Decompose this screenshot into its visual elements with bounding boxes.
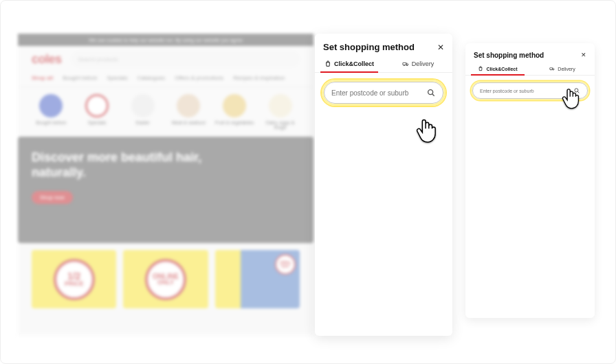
hero-banner: Discover more beautiful hair, naturally.… bbox=[18, 137, 314, 243]
category-item: Specials bbox=[76, 94, 118, 130]
promo-generic: 25%OFF bbox=[215, 250, 300, 308]
close-icon[interactable]: ✕ bbox=[437, 43, 444, 52]
bag-icon bbox=[478, 66, 483, 71]
bag-icon bbox=[324, 60, 331, 67]
category-icon bbox=[85, 94, 109, 117]
nav-specials: Specials bbox=[107, 75, 127, 81]
method-tabs: Click&Collect Delivery bbox=[315, 56, 452, 73]
method-tabs: Click&Collect Delivery bbox=[465, 63, 595, 76]
tab-label: Click&Collect bbox=[334, 60, 374, 67]
cookie-text: We use cookies to help our website run. … bbox=[89, 38, 243, 43]
panel-header: Set shopping method ✕ bbox=[465, 43, 595, 63]
postcode-input[interactable] bbox=[480, 89, 573, 93]
hero-line1: Discover more beautiful hair, bbox=[32, 150, 201, 164]
tab-label: Delivery bbox=[558, 67, 575, 71]
category-label: Easter bbox=[136, 120, 150, 125]
category-label: Dairy, eggs & fridge bbox=[260, 120, 301, 130]
tab-label: Click&Collect bbox=[486, 67, 517, 71]
promo-roundel: ONLINEONLY bbox=[145, 259, 186, 300]
svg-point-8 bbox=[575, 89, 578, 92]
hero-button: Shop now bbox=[32, 191, 73, 204]
pointer-cursor-icon bbox=[416, 119, 437, 144]
category-item: Meat & seafood bbox=[168, 94, 209, 130]
postcode-search-box[interactable] bbox=[472, 82, 588, 99]
nav-offers: Offers & promotions bbox=[175, 75, 223, 81]
tab-delivery[interactable]: Delivery bbox=[384, 56, 452, 72]
truck-icon bbox=[549, 66, 555, 71]
site-search: Search products bbox=[72, 52, 300, 67]
close-icon[interactable]: ✕ bbox=[581, 52, 586, 58]
cookie-banner: We use cookies to help our website run. … bbox=[18, 34, 314, 46]
panel-header: Set shopping method ✕ bbox=[315, 34, 452, 56]
search-highlight bbox=[471, 81, 589, 100]
background-site: We use cookies to help our website run. … bbox=[18, 34, 314, 336]
svg-point-3 bbox=[428, 90, 433, 95]
category-icon bbox=[131, 94, 155, 117]
tab-click-collect[interactable]: Click&Collect bbox=[315, 56, 384, 72]
category-icon bbox=[39, 94, 63, 117]
promo-half-price: 1/2PRICE bbox=[32, 250, 116, 308]
search-wrap bbox=[315, 73, 452, 113]
search-icon[interactable] bbox=[573, 87, 580, 94]
nav-recipes: Recipes & inspiration bbox=[233, 75, 285, 81]
category-icon bbox=[269, 94, 292, 117]
search-icon[interactable] bbox=[426, 88, 436, 98]
search-highlight bbox=[322, 80, 446, 106]
category-icon bbox=[177, 94, 200, 117]
tab-click-collect[interactable]: Click&Collect bbox=[465, 63, 530, 75]
tab-delivery[interactable]: Delivery bbox=[530, 63, 595, 75]
badge-text: OFF bbox=[281, 265, 289, 269]
category-item: Easter bbox=[122, 94, 164, 130]
svg-line-4 bbox=[432, 94, 434, 96]
promo-text: ONLY bbox=[157, 280, 174, 285]
site-nav: Shop all Bought before Specials Catalogu… bbox=[18, 72, 314, 87]
category-icon bbox=[223, 94, 246, 117]
shopping-method-panel-large: Set shopping method ✕ Click&Collect Deli… bbox=[315, 34, 452, 336]
tab-label: Delivery bbox=[412, 60, 434, 67]
promo-badge: 25%OFF bbox=[275, 254, 296, 275]
promo-text: 1/2 bbox=[67, 272, 80, 281]
promo-row: 1/2PRICE ONLINEONLY 25%OFF bbox=[18, 243, 314, 308]
postcode-search-box[interactable] bbox=[324, 82, 443, 104]
category-item: Fruit & vegetables bbox=[214, 94, 255, 130]
category-label: Bought before bbox=[36, 120, 66, 125]
hero-line2: naturally. bbox=[32, 166, 86, 179]
category-item: Bought before bbox=[30, 94, 72, 130]
search-placeholder: Search products bbox=[78, 56, 118, 62]
svg-line-9 bbox=[578, 91, 579, 93]
promo-online-only: ONLINEONLY bbox=[123, 250, 208, 308]
category-row: Bought before Specials Easter Meat & sea… bbox=[18, 87, 314, 133]
category-label: Specials bbox=[88, 120, 106, 125]
logo: coles bbox=[32, 52, 62, 67]
truck-icon bbox=[402, 60, 409, 67]
promo-roundel: 1/2PRICE bbox=[54, 259, 95, 300]
shopping-method-panel-small: Set shopping method ✕ Click&Collect Deli… bbox=[465, 43, 595, 318]
nav-shop-all: Shop all bbox=[32, 75, 53, 81]
category-label: Meat & seafood bbox=[172, 120, 206, 125]
svg-point-2 bbox=[406, 65, 407, 65]
promo-text: PRICE bbox=[65, 281, 84, 286]
postcode-input[interactable] bbox=[331, 89, 426, 97]
panel-title: Set shopping method bbox=[323, 42, 415, 52]
category-item: Dairy, eggs & fridge bbox=[260, 94, 301, 130]
category-label: Fruit & vegetables bbox=[215, 120, 254, 125]
site-header: coles Search products bbox=[18, 46, 314, 72]
panel-title: Set shopping method bbox=[474, 52, 544, 59]
svg-point-1 bbox=[404, 65, 404, 65]
nav-catalogues: Catalogues bbox=[138, 75, 165, 81]
hero-title: Discover more beautiful hair, naturally. bbox=[32, 150, 300, 180]
nav-bought-before: Bought before bbox=[63, 75, 97, 81]
search-wrap bbox=[465, 76, 595, 106]
